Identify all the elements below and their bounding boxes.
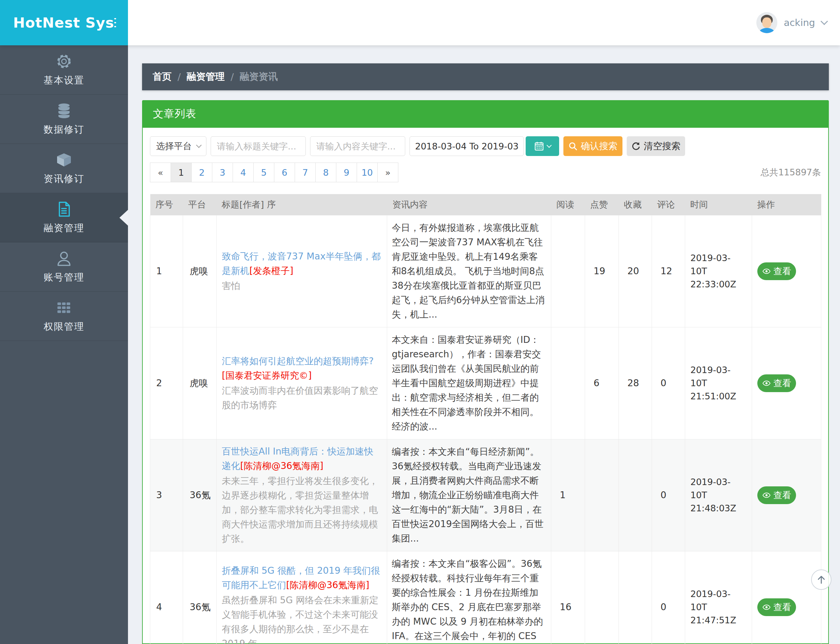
pagination-page-9[interactable]: 9 <box>336 163 357 182</box>
view-button[interactable]: 查看 <box>757 263 796 280</box>
favorite-count <box>619 439 652 551</box>
favorite-count: 20 <box>619 215 652 327</box>
header-index: 序号 <box>150 194 183 215</box>
sidebar-item-financing-management[interactable]: 融资管理 <box>0 193 128 242</box>
table-row: 1 虎嗅 致命飞行，波音737 Max半年坠俩，都是新机[发条橙子] 害怕 今日… <box>150 215 821 327</box>
calendar-button[interactable] <box>526 136 559 156</box>
sidebar-item-label: 融资管理 <box>44 222 84 235</box>
article-table: 序号 平台 标题[作者] 序 资讯内容 阅读 点赞 收藏 评论 时间 操作 <box>150 194 821 644</box>
panel-title: 文章列表 <box>153 107 196 121</box>
pagination-prev[interactable]: « <box>150 163 171 182</box>
platform-select[interactable]: 选择平台 <box>150 136 206 156</box>
sidebar-item-account-management[interactable]: 账号管理 <box>0 242 128 292</box>
row-actions: 查看 <box>752 551 821 644</box>
pagination-page-6[interactable]: 6 <box>274 163 295 182</box>
row-index: 3 <box>150 439 183 551</box>
article-title-link[interactable]: 致命飞行，波音737 Max半年坠俩，都是新机 <box>222 251 381 276</box>
date-range-input[interactable] <box>409 136 524 156</box>
hamburger-menu-icon[interactable] <box>114 18 116 27</box>
article-content: 编者按：本文来自“每日经济新闻”。36氪经授权转载。当电商产业迅速发展，且消费者… <box>387 439 551 551</box>
calendar-icon <box>534 141 544 151</box>
gear-icon <box>56 53 72 70</box>
breadcrumb: 首页 / 融资管理 / 融资资讯 <box>142 63 829 90</box>
sidebar-item-label: 账号管理 <box>44 271 84 284</box>
clear-search-button[interactable]: 清空搜索 <box>627 136 685 156</box>
avatar <box>756 12 777 33</box>
app-logo: HotNest Sys <box>0 0 128 45</box>
article-content: 今日，有外媒报道称，埃塞俄比亚航空公司一架波音737 MAX客机在飞往肯尼亚途中… <box>387 215 551 327</box>
breadcrumb-separator: / <box>177 71 181 82</box>
eye-icon <box>762 491 771 499</box>
confirm-search-label: 确认搜索 <box>581 140 617 153</box>
panel-header: 文章列表 <box>142 100 829 128</box>
search-icon <box>568 141 578 151</box>
eye-icon <box>762 603 771 611</box>
pagination-page-10[interactable]: 10 <box>357 163 378 182</box>
cube-icon <box>56 151 72 168</box>
row-platform: 36氪 <box>183 439 216 551</box>
pagination-page-8[interactable]: 8 <box>315 163 336 182</box>
title-keyword-input[interactable] <box>211 136 306 156</box>
header-content: 资讯内容 <box>387 194 551 215</box>
article-content: 本文来自：国泰君安证券研究（ID：gtjaresearch），作者：国泰君安交运… <box>387 327 551 439</box>
row-actions: 查看 <box>752 215 821 327</box>
sidebar-item-data-revision[interactable]: 数据修订 <box>0 95 128 144</box>
table-row: 3 36氪 百世快运All In电商背后：快运加速快递化[陈清柳@36氪海南] … <box>150 439 821 551</box>
header-title: 标题[作者] 序 <box>216 194 387 215</box>
like-count <box>585 551 619 644</box>
user-name: acking <box>784 17 815 28</box>
view-button[interactable]: 查看 <box>757 598 796 616</box>
row-time: 2019-03-10T 21:48:03Z <box>685 439 752 551</box>
pagination-page-2[interactable]: 2 <box>191 163 212 182</box>
pagination-page-4[interactable]: 4 <box>233 163 254 182</box>
header-comments: 评论 <box>652 194 685 215</box>
active-item-arrow <box>120 210 128 226</box>
pagination-page-1[interactable]: 1 <box>170 163 192 182</box>
content-keyword-input[interactable] <box>310 136 405 156</box>
comment-count: 0 <box>652 327 685 439</box>
article-subtitle: 汇率波动而非内在价值因素影响了航空股的市场博弈 <box>222 384 382 412</box>
row-time: 2019-03-10T 21:51:00Z <box>685 327 752 439</box>
favorite-count <box>619 551 652 644</box>
pagination: « 1 2 3 4 5 6 7 8 9 10 » <box>150 163 398 182</box>
row-actions: 查看 <box>752 439 821 551</box>
sidebar-item-basic-settings[interactable]: 基本设置 <box>0 45 128 95</box>
pagination-page-5[interactable]: 5 <box>253 163 274 182</box>
sidebar-item-label: 基本设置 <box>44 74 84 87</box>
favorite-count: 28 <box>619 327 652 439</box>
view-button[interactable]: 查看 <box>757 375 796 392</box>
row-actions: 查看 <box>752 327 821 439</box>
header-actions: 操作 <box>752 194 821 215</box>
confirm-search-button[interactable]: 确认搜索 <box>563 136 622 156</box>
article-author: [陈清柳@36氪海南] <box>240 460 323 471</box>
view-button[interactable]: 查看 <box>757 486 796 504</box>
user-menu[interactable]: acking <box>756 0 827 45</box>
breadcrumb-financing[interactable]: 融资管理 <box>187 70 225 84</box>
breadcrumb-home[interactable]: 首页 <box>152 70 172 84</box>
row-platform: 虎嗅 <box>183 327 216 439</box>
read-count <box>551 215 585 327</box>
scroll-to-top-button[interactable] <box>811 570 832 590</box>
sidebar-item-label: 权限管理 <box>44 320 84 334</box>
pagination-page-7[interactable]: 7 <box>295 163 316 182</box>
like-count: 6 <box>585 327 619 439</box>
like-count: 19 <box>585 215 619 327</box>
read-count: 16 <box>551 551 585 644</box>
comment-count: 0 <box>652 439 685 551</box>
sidebar-item-news-revision[interactable]: 资讯修订 <box>0 144 128 193</box>
header-reads: 阅读 <box>551 194 585 215</box>
sidebar-item-label: 数据修订 <box>44 123 84 136</box>
pagination-next[interactable]: » <box>377 163 398 182</box>
total-count: 总共115897条 <box>761 166 821 178</box>
table-header-row: 序号 平台 标题[作者] 序 资讯内容 阅读 点赞 收藏 评论 时间 操作 <box>150 194 821 215</box>
chevron-down-icon <box>546 143 552 148</box>
row-index: 2 <box>150 327 183 439</box>
row-platform: 36氪 <box>183 551 216 644</box>
header-time: 时间 <box>685 194 752 215</box>
app-title: HotNest Sys <box>13 15 114 31</box>
article-title-link[interactable]: 汇率将如何引起航空业的超预期博弈? <box>222 356 374 366</box>
pagination-page-3[interactable]: 3 <box>212 163 233 182</box>
app-window: HotNest Sys acking 基本设置 <box>0 0 840 644</box>
sidebar-item-permission-management[interactable]: 权限管理 <box>0 292 128 341</box>
comment-count: 12 <box>652 215 685 327</box>
